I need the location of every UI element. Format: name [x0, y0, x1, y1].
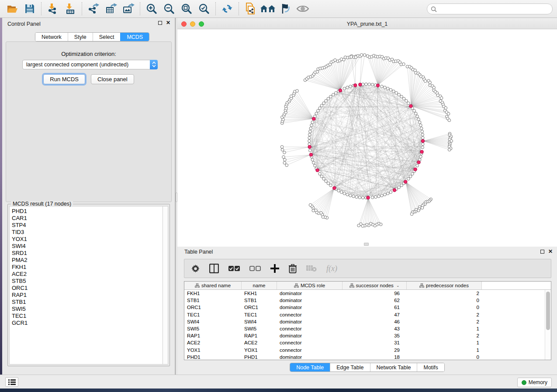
status-bar: Memory: [0, 375, 557, 389]
table-row[interactable]: RAP1RAP1dominator352: [184, 332, 545, 339]
column-header-MCDS-role[interactable]: MCDS role: [277, 282, 343, 289]
mcds-result-item[interactable]: PMA2: [12, 257, 163, 264]
close-panel-button[interactable]: Close panel: [91, 74, 134, 84]
node-table-rows: FKH1FKH1dominator962STB1STB1dominator620…: [184, 290, 545, 360]
float-panel-icon[interactable]: [158, 21, 162, 25]
column-header-predecessor-nodes[interactable]: predecessor nodes: [407, 282, 482, 289]
open-folder-icon[interactable]: [3, 1, 21, 16]
mcds-result-item[interactable]: ORC1: [12, 285, 163, 292]
cell-shared-name: PHD1: [184, 354, 242, 360]
tab-node-table[interactable]: Node Table: [290, 363, 330, 371]
eye-icon[interactable]: [294, 1, 311, 16]
mcds-list-scrollbar[interactable]: [163, 206, 168, 364]
column-header-shared-name[interactable]: shared name: [184, 282, 242, 289]
copy-network-icon[interactable]: [242, 1, 259, 16]
network-graph[interactable]: [177, 29, 557, 247]
cell-shared-name: ACE2: [184, 340, 242, 345]
mcds-result-item[interactable]: CAR1: [12, 215, 163, 222]
column-header-successor-nodes[interactable]: successor nodes⌄: [343, 282, 407, 289]
refresh-icon[interactable]: [218, 1, 236, 16]
table-row[interactable]: TEC1TEC1connector472: [184, 311, 545, 318]
mcds-result-item[interactable]: PHD1: [12, 208, 163, 215]
cell-name: TEC1: [242, 312, 277, 317]
toolbar-separator: [215, 2, 216, 15]
mcds-result-item[interactable]: YOX1: [12, 236, 163, 243]
run-mcds-button[interactable]: Run MCDS: [43, 74, 85, 84]
close-panel-icon[interactable]: ✕: [166, 21, 170, 25]
mcds-result-item[interactable]: RAP1: [12, 292, 163, 299]
cell-successor-nodes: 31: [343, 340, 407, 345]
table-row[interactable]: SWI4SWI4dominator462: [184, 318, 545, 325]
toggle-column-panel-icon[interactable]: [209, 264, 219, 273]
mcds-result-item[interactable]: STP4: [12, 222, 163, 229]
cell-name: YOX1: [242, 347, 277, 353]
cell-MCDS-role: connector: [277, 326, 343, 331]
cell-MCDS-role: dominator: [277, 305, 343, 310]
task-history-button[interactable]: [5, 377, 18, 387]
table-row[interactable]: YOX1YOX1connector291: [184, 347, 545, 354]
export-network-icon[interactable]: [85, 1, 102, 16]
tab-edge-table[interactable]: Edge Table: [330, 363, 370, 371]
cell-shared-name: SWI5: [184, 326, 242, 331]
tab-select[interactable]: Select: [93, 33, 121, 41]
table-row[interactable]: ACE2ACE2connector311: [184, 339, 545, 346]
table-scrollbar[interactable]: [545, 290, 551, 360]
mcds-result-item[interactable]: FKH1: [12, 264, 163, 271]
tab-network-table[interactable]: Network Table: [370, 363, 417, 371]
houses-icon[interactable]: [259, 1, 277, 16]
memory-button[interactable]: Memory: [517, 378, 552, 387]
mcds-result-item[interactable]: TEC1: [12, 313, 163, 320]
add-column-icon[interactable]: [270, 264, 279, 273]
cell-MCDS-role: dominator: [277, 319, 343, 324]
network-window-titlebar[interactable]: YPA_prune.txt_1: [177, 19, 557, 29]
table-row[interactable]: STB1STB1dominator620: [184, 297, 545, 304]
zoom-in-icon[interactable]: [143, 1, 160, 16]
table-row[interactable]: ORC1ORC1dominator610: [184, 304, 545, 311]
flag-icon[interactable]: [277, 1, 294, 16]
optimization-criterion-select[interactable]: largest connected component (undirected): [22, 60, 158, 69]
table-row[interactable]: SWI5SWI5connector431: [184, 325, 545, 332]
mcds-result-item[interactable]: STB5: [12, 278, 163, 285]
select-stepper-icon: [150, 60, 158, 69]
cell-predecessor-nodes: 1: [407, 326, 482, 331]
tab-motifs[interactable]: Motifs: [417, 363, 444, 371]
node-table[interactable]: shared namenameMCDS rolesuccessor nodes⌄…: [184, 281, 551, 360]
cell-name: STB1: [242, 298, 277, 303]
mcds-result-item[interactable]: ACE2: [12, 271, 163, 278]
network-view[interactable]: [177, 29, 557, 247]
mcds-result-list[interactable]: PHD1CAR1STP4TID3YOX1SWI4SRD1PMA2FKH1ACE2…: [9, 206, 163, 364]
cell-successor-nodes: 29: [343, 347, 407, 353]
mcds-result-item[interactable]: SRD1: [12, 250, 163, 257]
cell-name: ORC1: [242, 305, 277, 310]
zoom-out-icon[interactable]: [160, 1, 178, 16]
float-panel-icon[interactable]: [540, 250, 544, 254]
memory-label: Memory: [529, 379, 547, 385]
column-header-name[interactable]: name: [242, 282, 277, 289]
export-table-icon[interactable]: [102, 1, 120, 16]
export-image-icon[interactable]: [120, 1, 137, 16]
mcds-result-item[interactable]: STB1: [12, 299, 163, 306]
zoom-fit-icon[interactable]: [178, 1, 195, 16]
scrollbar-thumb[interactable]: [546, 292, 550, 330]
mcds-result-item[interactable]: SWI5: [12, 306, 163, 313]
search-box[interactable]: [427, 3, 553, 14]
import-table-icon[interactable]: [62, 1, 79, 16]
split-grabber-icon[interactable]: [364, 243, 369, 246]
table-row[interactable]: FKH1FKH1dominator962: [184, 290, 545, 297]
mcds-result-item[interactable]: GCR1: [12, 320, 163, 327]
mcds-result-item[interactable]: SWI4: [12, 243, 163, 250]
search-input[interactable]: [439, 6, 549, 12]
tab-network[interactable]: Network: [35, 33, 68, 41]
deselect-all-rows-icon[interactable]: [249, 266, 261, 272]
zoom-selected-icon[interactable]: [195, 1, 213, 16]
mcds-result-item[interactable]: TID3: [12, 229, 163, 236]
table-settings-gear-icon[interactable]: [191, 265, 200, 273]
tab-style[interactable]: Style: [68, 33, 93, 41]
delete-column-icon[interactable]: [289, 264, 297, 273]
save-session-icon[interactable]: [21, 1, 38, 16]
tab-mcds[interactable]: MCDS: [120, 33, 149, 41]
table-row[interactable]: PHD1PHD1dominator180: [184, 354, 545, 360]
import-network-icon[interactable]: [44, 1, 62, 16]
close-panel-icon[interactable]: ✕: [548, 250, 553, 254]
select-all-rows-icon[interactable]: [228, 266, 240, 272]
